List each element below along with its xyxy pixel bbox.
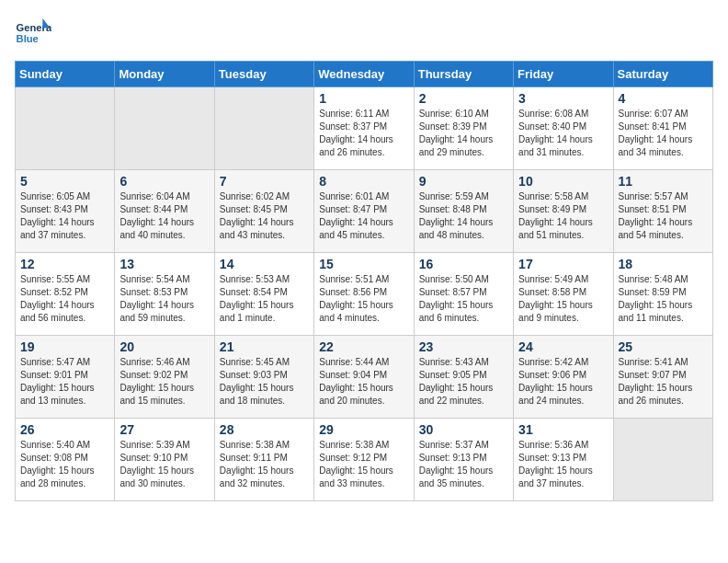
day-number: 9 [419,174,508,189]
calendar-cell: 31Sunrise: 5:36 AM Sunset: 9:13 PM Dayli… [514,419,613,501]
day-number: 26 [20,422,109,437]
calendar-cell: 20Sunrise: 5:46 AM Sunset: 9:02 PM Dayli… [115,336,214,419]
day-number: 24 [518,339,608,354]
day-number: 23 [419,339,508,354]
calendar-cell: 26Sunrise: 5:40 AM Sunset: 9:08 PM Dayli… [16,419,115,501]
day-number: 17 [518,257,608,271]
day-number: 7 [220,174,309,189]
cell-sunrise-sunset: Sunrise: 5:57 AM Sunset: 8:51 PM Dayligh… [619,190,708,242]
cell-sunrise-sunset: Sunrise: 5:51 AM Sunset: 8:56 PM Dayligh… [319,273,408,325]
day-number: 4 [619,91,708,106]
weekday-header-friday: Friday [514,62,613,87]
calendar-cell: 29Sunrise: 5:38 AM Sunset: 9:12 PM Dayli… [314,419,414,501]
calendar-cell: 25Sunrise: 5:41 AM Sunset: 9:07 PM Dayli… [613,336,712,419]
cell-sunrise-sunset: Sunrise: 6:07 AM Sunset: 8:41 PM Dayligh… [619,108,708,159]
day-number: 6 [119,174,209,189]
svg-text:Blue: Blue [17,33,39,44]
calendar-table: SundayMondayTuesdayWednesdayThursdayFrid… [15,61,713,501]
calendar-cell: 22Sunrise: 5:44 AM Sunset: 9:04 PM Dayli… [314,336,414,419]
cell-sunrise-sunset: Sunrise: 5:38 AM Sunset: 9:12 PM Dayligh… [319,439,408,490]
cell-sunrise-sunset: Sunrise: 5:49 AM Sunset: 8:58 PM Dayligh… [518,273,608,325]
calendar-cell: 15Sunrise: 5:51 AM Sunset: 8:56 PM Dayli… [314,253,414,336]
cell-sunrise-sunset: Sunrise: 5:37 AM Sunset: 9:13 PM Dayligh… [419,439,508,490]
cell-sunrise-sunset: Sunrise: 5:45 AM Sunset: 9:03 PM Dayligh… [220,356,309,408]
cell-sunrise-sunset: Sunrise: 6:11 AM Sunset: 8:37 PM Dayligh… [319,108,408,159]
day-number: 16 [419,257,508,271]
cell-sunrise-sunset: Sunrise: 5:36 AM Sunset: 9:13 PM Dayligh… [518,439,608,490]
logo: General Blue [15,15,55,52]
day-number: 2 [419,91,508,106]
calendar-cell: 30Sunrise: 5:37 AM Sunset: 9:13 PM Dayli… [414,419,513,501]
weekday-header-sunday: Sunday [16,62,115,87]
cell-sunrise-sunset: Sunrise: 5:59 AM Sunset: 8:48 PM Dayligh… [419,190,508,242]
page-header: General Blue [15,15,713,52]
calendar-cell [16,87,115,170]
day-number: 8 [319,174,408,189]
calendar-week-row: 19Sunrise: 5:47 AM Sunset: 9:01 PM Dayli… [16,336,713,419]
cell-sunrise-sunset: Sunrise: 5:42 AM Sunset: 9:06 PM Dayligh… [518,356,608,408]
cell-sunrise-sunset: Sunrise: 5:40 AM Sunset: 9:08 PM Dayligh… [20,439,109,490]
day-number: 15 [319,257,408,271]
calendar-cell: 3Sunrise: 6:08 AM Sunset: 8:40 PM Daylig… [514,87,613,170]
calendar-week-row: 5Sunrise: 6:05 AM Sunset: 8:43 PM Daylig… [16,170,713,253]
calendar-cell: 18Sunrise: 5:48 AM Sunset: 8:59 PM Dayli… [613,253,712,336]
cell-sunrise-sunset: Sunrise: 5:47 AM Sunset: 9:01 PM Dayligh… [20,356,109,408]
calendar-cell: 24Sunrise: 5:42 AM Sunset: 9:06 PM Dayli… [514,336,613,419]
calendar-cell: 19Sunrise: 5:47 AM Sunset: 9:01 PM Dayli… [16,336,115,419]
cell-sunrise-sunset: Sunrise: 5:54 AM Sunset: 8:53 PM Dayligh… [119,273,209,325]
day-number: 20 [119,339,209,354]
calendar-cell: 17Sunrise: 5:49 AM Sunset: 8:58 PM Dayli… [514,253,613,336]
calendar-cell: 27Sunrise: 5:39 AM Sunset: 9:10 PM Dayli… [115,419,214,501]
cell-sunrise-sunset: Sunrise: 6:05 AM Sunset: 8:43 PM Dayligh… [20,190,109,242]
calendar-cell: 14Sunrise: 5:53 AM Sunset: 8:54 PM Dayli… [214,253,313,336]
cell-sunrise-sunset: Sunrise: 6:02 AM Sunset: 8:45 PM Dayligh… [220,190,309,242]
cell-sunrise-sunset: Sunrise: 5:39 AM Sunset: 9:10 PM Dayligh… [119,439,209,490]
cell-sunrise-sunset: Sunrise: 5:58 AM Sunset: 8:49 PM Dayligh… [518,190,608,242]
cell-sunrise-sunset: Sunrise: 5:48 AM Sunset: 8:59 PM Dayligh… [619,273,708,325]
calendar-cell: 16Sunrise: 5:50 AM Sunset: 8:57 PM Dayli… [414,253,513,336]
calendar-cell: 7Sunrise: 6:02 AM Sunset: 8:45 PM Daylig… [214,170,313,253]
day-number: 25 [619,339,708,354]
day-number: 28 [220,422,309,437]
day-number: 10 [518,174,608,189]
day-number: 18 [619,257,708,271]
calendar-week-row: 12Sunrise: 5:55 AM Sunset: 8:52 PM Dayli… [16,253,713,336]
day-number: 21 [220,339,309,354]
day-number: 14 [220,257,309,271]
calendar-cell: 6Sunrise: 6:04 AM Sunset: 8:44 PM Daylig… [115,170,214,253]
calendar-cell: 12Sunrise: 5:55 AM Sunset: 8:52 PM Dayli… [16,253,115,336]
weekday-header-tuesday: Tuesday [214,62,313,87]
logo-icon: General Blue [15,15,51,52]
calendar-week-row: 26Sunrise: 5:40 AM Sunset: 9:08 PM Dayli… [16,419,713,501]
calendar-cell: 8Sunrise: 6:01 AM Sunset: 8:47 PM Daylig… [314,170,414,253]
cell-sunrise-sunset: Sunrise: 6:04 AM Sunset: 8:44 PM Dayligh… [119,190,209,242]
calendar-cell [613,419,712,501]
day-number: 3 [518,91,608,106]
calendar-cell: 4Sunrise: 6:07 AM Sunset: 8:41 PM Daylig… [613,87,712,170]
cell-sunrise-sunset: Sunrise: 6:01 AM Sunset: 8:47 PM Dayligh… [319,190,408,242]
cell-sunrise-sunset: Sunrise: 6:10 AM Sunset: 8:39 PM Dayligh… [419,108,508,159]
weekday-header-saturday: Saturday [613,62,712,87]
calendar-cell: 28Sunrise: 5:38 AM Sunset: 9:11 PM Dayli… [214,419,313,501]
day-number: 31 [518,422,608,437]
calendar-week-row: 1Sunrise: 6:11 AM Sunset: 8:37 PM Daylig… [16,87,713,170]
cell-sunrise-sunset: Sunrise: 5:50 AM Sunset: 8:57 PM Dayligh… [419,273,508,325]
day-number: 30 [419,422,508,437]
calendar-cell [115,87,214,170]
calendar-cell: 23Sunrise: 5:43 AM Sunset: 9:05 PM Dayli… [414,336,513,419]
cell-sunrise-sunset: Sunrise: 5:55 AM Sunset: 8:52 PM Dayligh… [20,273,109,325]
day-number: 12 [20,257,109,271]
calendar-cell: 21Sunrise: 5:45 AM Sunset: 9:03 PM Dayli… [214,336,313,419]
cell-sunrise-sunset: Sunrise: 6:08 AM Sunset: 8:40 PM Dayligh… [518,108,608,159]
calendar-cell [214,87,313,170]
weekday-header-monday: Monday [115,62,214,87]
day-number: 1 [319,91,408,106]
cell-sunrise-sunset: Sunrise: 5:44 AM Sunset: 9:04 PM Dayligh… [319,356,408,408]
day-number: 22 [319,339,408,354]
calendar-cell: 2Sunrise: 6:10 AM Sunset: 8:39 PM Daylig… [414,87,513,170]
weekday-header-row: SundayMondayTuesdayWednesdayThursdayFrid… [16,62,713,87]
day-number: 13 [119,257,209,271]
day-number: 11 [619,174,708,189]
calendar-cell: 9Sunrise: 5:59 AM Sunset: 8:48 PM Daylig… [414,170,513,253]
calendar-cell: 13Sunrise: 5:54 AM Sunset: 8:53 PM Dayli… [115,253,214,336]
